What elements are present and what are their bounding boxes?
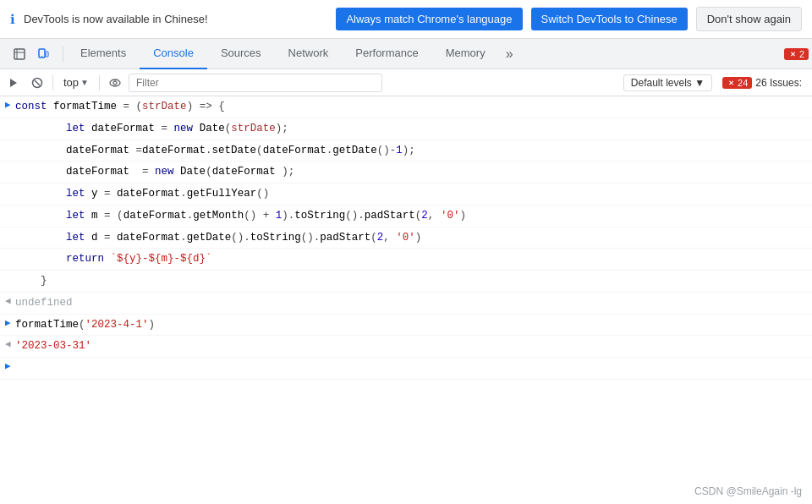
prompt-arrow[interactable]: ▶ bbox=[0, 359, 15, 374]
code-line-5: let y = dateFormat.getFullYear() bbox=[15, 184, 812, 204]
code-line-3: dateFormat =dateFormat.setDate(dateForma… bbox=[15, 141, 812, 161]
info-bar: ℹ DevTools is now available in Chinese! … bbox=[0, 0, 812, 39]
spacer-6 bbox=[0, 206, 15, 222]
left-arrow-result: ◀ bbox=[0, 337, 15, 352]
spacer-3 bbox=[0, 141, 15, 156]
console-line-2: let dateFormat = new Date(strDate); bbox=[0, 118, 812, 140]
code-line-call: formatTime('2023-4-1') bbox=[15, 315, 812, 335]
expand-arrow-1[interactable]: ▶ bbox=[0, 97, 15, 112]
console-line-6: let m = (dateFormat.getMonth() + 1).toSt… bbox=[0, 205, 812, 227]
watermark: CSDN @SmileAgain -lg bbox=[694, 485, 802, 497]
spacer-5 bbox=[0, 184, 15, 200]
toolbar-divider-1 bbox=[52, 75, 53, 90]
tab-sources[interactable]: Sources bbox=[207, 39, 275, 69]
console-toolbar: top ▼ Default levels ▼ ✕ 24 26 Issues: bbox=[0, 69, 812, 96]
console-line-8: return `${y}-${m}-${d}` bbox=[0, 249, 812, 271]
spacer-4 bbox=[0, 162, 15, 178]
inspect-element-button[interactable] bbox=[8, 43, 30, 65]
context-selector[interactable]: top ▼ bbox=[58, 74, 94, 90]
console-line-5: let y = dateFormat.getFullYear() bbox=[0, 184, 812, 205]
console-line-4: dateFormat = new Date(dateFormat ); bbox=[0, 162, 812, 184]
tab-bar-left-icons bbox=[3, 43, 59, 65]
more-tabs-button[interactable]: » bbox=[499, 39, 520, 69]
code-line-8: return `${y}-${m}-${d}` bbox=[15, 249, 812, 269]
filter-input[interactable] bbox=[129, 74, 382, 92]
tab-bar: Elements Console Sources Network Perform… bbox=[0, 39, 812, 69]
code-line-result: '2023-03-31' bbox=[15, 337, 812, 356]
code-line-7: let d = dateFormat.getDate().toString().… bbox=[15, 228, 812, 248]
code-line-undefined: undefined bbox=[15, 293, 812, 313]
tab-bar-divider bbox=[63, 46, 63, 63]
tab-elements[interactable]: Elements bbox=[67, 39, 140, 69]
tab-memory[interactable]: Memory bbox=[432, 39, 499, 69]
code-line-prompt bbox=[15, 359, 812, 378]
svg-marker-8 bbox=[10, 79, 17, 87]
console-line-call: ▶ formatTime('2023-4-1') bbox=[0, 315, 812, 337]
error-badge[interactable]: ✕ 2 bbox=[784, 48, 809, 60]
expand-arrow-call[interactable]: ▶ bbox=[0, 315, 15, 331]
tab-close-area: ✕ 2 bbox=[784, 48, 809, 60]
svg-text:✕: ✕ bbox=[789, 51, 795, 58]
tab-network[interactable]: Network bbox=[275, 39, 343, 69]
console-line-prompt: ▶ bbox=[0, 358, 812, 380]
svg-point-11 bbox=[110, 79, 120, 86]
code-line-4: dateFormat = new Date(dateFormat ); bbox=[15, 162, 812, 182]
eye-icon-button[interactable] bbox=[105, 73, 125, 93]
code-line-9: } bbox=[15, 271, 812, 291]
spacer-8 bbox=[0, 249, 15, 265]
console-line-result: ◀ '2023-03-31' bbox=[0, 336, 812, 358]
console-line-9: } bbox=[0, 271, 812, 293]
issues-error-badge: ✕ 24 bbox=[722, 77, 752, 89]
switch-chinese-button[interactable]: Switch DevTools to Chinese bbox=[531, 8, 688, 30]
svg-rect-4 bbox=[46, 52, 48, 57]
dont-show-again-button[interactable]: Don't show again bbox=[696, 7, 802, 31]
console-line-7: let d = dateFormat.getDate().toString().… bbox=[0, 227, 812, 249]
dropdown-arrow-icon: ▼ bbox=[80, 78, 89, 87]
default-levels-button[interactable]: Default levels ▼ bbox=[623, 74, 712, 91]
clear-console-button[interactable] bbox=[27, 73, 47, 93]
console-output: ▶ const formatTime = (strDate) => { let … bbox=[0, 96, 812, 485]
spacer-7 bbox=[0, 228, 15, 244]
toolbar-divider-2 bbox=[99, 75, 100, 90]
spacer-9 bbox=[0, 271, 15, 287]
match-language-button[interactable]: Always match Chrome's language bbox=[336, 8, 522, 30]
issues-button[interactable]: ✕ 24 26 Issues: bbox=[716, 75, 809, 90]
svg-rect-0 bbox=[14, 49, 25, 59]
devtools-message: DevTools is now available in Chinese! bbox=[24, 13, 327, 25]
device-mode-button[interactable] bbox=[32, 43, 54, 65]
console-line-undefined: ◀ undefined bbox=[0, 293, 812, 315]
svg-text:✕: ✕ bbox=[728, 79, 734, 87]
console-line-3: dateFormat =dateFormat.setDate(dateForma… bbox=[0, 140, 812, 162]
spacer-2 bbox=[0, 119, 15, 134]
tab-performance[interactable]: Performance bbox=[342, 39, 431, 69]
code-line-1: const formatTime = (strDate) => { bbox=[15, 97, 812, 117]
svg-line-10 bbox=[35, 80, 40, 85]
code-line-2: let dateFormat = new Date(strDate); bbox=[15, 119, 812, 139]
execute-button[interactable] bbox=[3, 73, 24, 93]
tab-console[interactable]: Console bbox=[140, 39, 207, 69]
left-arrow-undefined: ◀ bbox=[0, 293, 15, 309]
code-line-6: let m = (dateFormat.getMonth() + 1).toSt… bbox=[15, 206, 812, 226]
svg-point-12 bbox=[113, 81, 117, 85]
info-icon: ℹ bbox=[10, 12, 15, 27]
console-line-1: ▶ const formatTime = (strDate) => { bbox=[0, 96, 812, 118]
